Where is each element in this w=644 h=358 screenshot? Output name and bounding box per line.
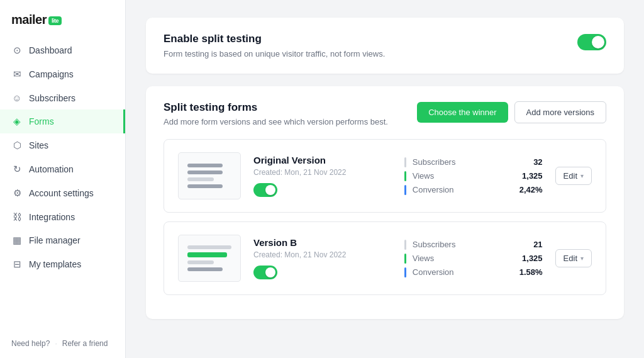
sidebar-item-account-settings[interactable]: ⚙ Account settings [0, 181, 125, 205]
sidebar-item-label: Integrations [29, 212, 75, 222]
logo-badge: lite [48, 16, 62, 25]
version-card-original: Original Version Created: Mon, 21 Nov 20… [164, 139, 606, 213]
version-toggle[interactable] [253, 183, 277, 197]
edit-button[interactable]: Edit ▾ [555, 249, 592, 267]
stat-label: Subscribers [413, 157, 527, 167]
logo-area: mailerlite [0, 0, 125, 38]
version-preview [178, 235, 241, 282]
version-created: Created: Mon, 21 Nov 2022 [253, 250, 392, 259]
dashboard-icon: ⊙ [11, 45, 23, 56]
sidebar-item-label: My templates [29, 259, 81, 269]
stat-row: Conversion 2,42% [404, 185, 543, 195]
subscribers-icon: ☺ [11, 92, 23, 103]
sidebar-footer: Need help? · Refer a friend [0, 329, 125, 358]
chevron-down-icon: ▾ [580, 172, 584, 179]
preview-lines [187, 164, 231, 188]
version-name: Version B [253, 237, 392, 248]
stat-bar [404, 157, 406, 167]
main-content: Enable split testing Form testing is bas… [126, 0, 644, 358]
stat-bar [404, 185, 406, 195]
version-info: Original Version Created: Mon, 21 Nov 20… [253, 155, 392, 197]
sidebar-item-dashboard[interactable]: ⊙ Dashboard [0, 38, 125, 62]
sidebar-item-label: Subscribers [29, 93, 75, 103]
stat-row: Views 1,325 [404, 171, 543, 181]
version-preview [178, 152, 241, 199]
preview-lines [187, 245, 231, 271]
enable-split-testing-text: Enable split testing Form testing is bas… [164, 33, 385, 59]
my-templates-icon: ⊟ [11, 259, 23, 270]
stat-label: Conversion [413, 267, 513, 277]
stat-value: 1.58% [519, 267, 543, 277]
forms-header: Split testing forms Add more form versio… [164, 101, 606, 126]
stat-label: Views [413, 171, 516, 181]
integrations-icon: ⛓ [11, 211, 23, 222]
stat-label: Conversion [413, 185, 513, 194]
sidebar-nav: ⊙ Dashboard ✉ Campaigns ☺ Subscribers ◈ … [0, 38, 125, 276]
refer-link[interactable]: Refer a friend [62, 339, 108, 348]
forms-header-text: Split testing forms Add more form versio… [164, 101, 388, 126]
enable-split-testing-title: Enable split testing [164, 33, 385, 45]
version-created: Created: Mon, 21 Nov 2022 [253, 168, 392, 177]
stat-row: Conversion 1.58% [404, 267, 543, 277]
stat-row: Subscribers 21 [404, 240, 543, 250]
file-manager-icon: ▦ [11, 235, 23, 246]
preview-line [187, 260, 214, 264]
preview-line [187, 245, 231, 249]
sidebar-item-label: Account settings [29, 188, 94, 198]
separator: · [55, 339, 57, 348]
sidebar-item-campaigns[interactable]: ✉ Campaigns [0, 62, 125, 86]
small-slider [253, 266, 277, 279]
version-cards-container: Original Version Created: Mon, 21 Nov 20… [164, 139, 606, 295]
sidebar-item-sites[interactable]: ⬡ Sites [0, 133, 125, 157]
stat-label: Views [413, 254, 516, 263]
preview-line [187, 171, 223, 174]
sidebar-item-automation[interactable]: ↻ Automation [0, 157, 125, 181]
sidebar-item-label: Forms [29, 116, 54, 126]
preview-line [187, 252, 227, 257]
stat-bar [404, 171, 406, 181]
stat-bar [404, 254, 406, 264]
split-testing-forms-title: Split testing forms [164, 101, 388, 114]
stat-value: 32 [533, 157, 542, 167]
choose-winner-button[interactable]: Choose the winner [417, 102, 508, 123]
version-name: Original Version [253, 155, 392, 165]
edit-label: Edit [564, 254, 577, 263]
sidebar-item-integrations[interactable]: ⛓ Integrations [0, 205, 125, 228]
stat-value: 21 [533, 240, 542, 249]
preview-line [187, 164, 223, 167]
version-stats: Subscribers 32 Views 1,325 Conversion 2,… [404, 157, 543, 195]
preview-line [187, 184, 223, 188]
sidebar-item-label: Dashboard [29, 45, 72, 55]
add-more-versions-button[interactable]: Add more versions [514, 101, 606, 123]
stat-value: 2,42% [519, 185, 543, 194]
sidebar-item-my-templates[interactable]: ⊟ My templates [0, 252, 125, 276]
sidebar-item-file-manager[interactable]: ▦ File manager [0, 228, 125, 252]
version-actions: Edit ▾ [555, 167, 592, 185]
chevron-down-icon: ▾ [580, 255, 584, 262]
sidebar-item-forms[interactable]: ◈ Forms [0, 109, 125, 133]
enable-split-testing-card: Enable split testing Form testing is bas… [146, 18, 624, 74]
campaigns-icon: ✉ [11, 69, 23, 80]
edit-button[interactable]: Edit ▾ [555, 167, 592, 185]
forms-header-buttons: Choose the winner Add more versions [417, 101, 606, 123]
enable-split-testing-toggle[interactable] [577, 34, 606, 50]
sidebar-item-label: Campaigns [29, 69, 74, 79]
stat-bar [404, 240, 406, 250]
stat-row: Views 1,325 [404, 254, 543, 264]
account-settings-icon: ⚙ [11, 187, 23, 199]
toggle-slider [577, 34, 606, 50]
sidebar-item-label: Automation [29, 164, 74, 174]
sidebar-item-subscribers[interactable]: ☺ Subscribers [0, 86, 125, 109]
sidebar: mailerlite ⊙ Dashboard ✉ Campaigns ☺ Sub… [0, 0, 126, 358]
sites-icon: ⬡ [11, 140, 23, 151]
stat-bar [404, 267, 406, 277]
preview-line [187, 267, 223, 271]
preview-line [187, 177, 214, 181]
edit-label: Edit [564, 171, 577, 181]
help-link[interactable]: Need help? [11, 339, 50, 348]
sidebar-item-label: File manager [29, 235, 80, 245]
sidebar-item-label: Sites [29, 140, 48, 150]
forms-icon: ◈ [11, 116, 23, 127]
enable-split-testing-row: Enable split testing Form testing is bas… [164, 33, 606, 59]
version-toggle[interactable] [253, 266, 277, 279]
